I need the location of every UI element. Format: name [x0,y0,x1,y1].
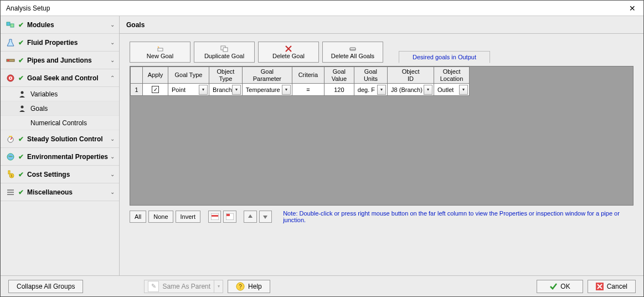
check-icon: ✔ [17,153,25,161]
delete-goal-button[interactable]: Delete Goal [258,42,319,63]
svg-rect-0 [7,22,10,25]
cell-value: Branch [210,86,232,93]
sidebar-label: Goal Seek and Control [27,74,110,82]
help-button[interactable]: ? Help [228,280,270,293]
dropdown-icon: ▾ [214,280,223,293]
dropdown-icon[interactable]: ▾ [377,85,386,95]
sidebar-group-modules[interactable]: ✔ Modules ⌄ [1,16,119,34]
sidebar-group-fluid-properties[interactable]: ✔ Fluid Properties ⌄ [1,34,119,52]
col-goal-type: Goal Type [168,67,209,84]
goals-toolbar: New Goal Duplicate Goal Delete Goal [130,42,633,63]
sidebar-item-label: Variables [30,90,58,98]
duplicate-goal-button[interactable]: Duplicate Goal [194,42,255,63]
col-goal-units: GoalUnits [354,67,387,84]
cancel-button[interactable]: Cancel [588,280,636,293]
content-header: Goals [120,16,643,34]
same-as-parent-dropdown: ✎ Same As Parent ▾ [144,280,223,293]
sidebar-group-environmental[interactable]: ✔ Environmental Properties ⌄ [1,148,119,166]
tab-label: Desired goals in Output [413,54,476,60]
delete-all-goals-button[interactable]: Delete All Goals [322,42,383,63]
checkbox-icon[interactable]: ✓ [152,86,159,93]
cell-value: Point [169,86,199,93]
eraser-icon [349,45,357,53]
arrow-down-icon [262,213,269,220]
sidebar-item-goals[interactable]: Goals [1,101,119,116]
svg-rect-15 [7,190,14,191]
cancel-x-icon [596,283,604,290]
cell-goal-value[interactable]: 120 [324,84,354,96]
edit-icon: ✎ [148,281,159,292]
grid-row[interactable]: 1 ✓ Point▾ Branch▾ Temperature▾ = [131,84,470,96]
button-label: Delete Goal [272,53,305,59]
select-none-button[interactable]: None [148,211,173,223]
sidebar-group-steady-solution[interactable]: ✔ Steady Solution Control ⌄ [1,130,119,148]
goals-grid[interactable]: Apply Goal Type ObjectType GoalParameter… [130,66,470,96]
ok-button[interactable]: OK [537,280,583,293]
check-icon: ✔ [17,57,25,64]
svg-point-6 [10,77,12,79]
move-down-button[interactable] [259,211,272,223]
button-label: Delete All Goals [331,53,374,59]
sidebar-group-goal-seek[interactable]: ✔ Goal Seek and Control ⌃ [1,69,119,87]
row-number[interactable]: 1 [131,84,143,96]
chevron-down-icon: ⌄ [110,39,115,45]
sidebar-group-cost-settings[interactable]: $ ✔ Cost Settings ⌄ [1,166,119,183]
cell-value: Outlet [435,86,459,93]
check-icon: ✔ [17,39,25,47]
cell-value: J8 (Branch) [389,86,424,93]
dropdown-icon[interactable]: ▾ [199,85,208,95]
sidebar-label: Environmental Properties [27,153,110,161]
sidebar-group-pipes-junctions[interactable]: ✔ Pipes and Junctions ⌄ [1,52,119,69]
dropdown-icon[interactable]: ▾ [232,85,241,95]
svg-point-3 [7,59,9,62]
dropdown-icon[interactable]: ▾ [424,85,432,95]
sidebar-item-variables[interactable]: Variables [1,87,119,101]
select-invert-button[interactable]: Invert [176,211,201,223]
cell-object-id[interactable]: J8 (Branch)▾ [388,84,434,96]
col-criteria: Criteria [292,67,324,84]
note-text: Note: Double-click or press right mouse … [283,210,633,223]
cell-goal-units[interactable]: deg. F▾ [354,84,387,96]
cell-object-type[interactable]: Branch▾ [209,84,243,96]
titlebar: Analysis Setup ✕ [1,1,643,16]
button-label: Cancel [607,283,627,290]
cell-criteria[interactable]: = [292,84,324,96]
col-goal-value: GoalValue [324,67,354,84]
window-title: Analysis Setup [6,4,50,12]
collapse-all-button[interactable]: Collapse All Groups [8,280,83,293]
col-object-id: ObjectID [388,67,434,84]
sidebar-item-label: Numerical Controls [30,119,87,127]
dropdown-icon[interactable]: ▾ [459,85,468,95]
close-icon[interactable]: ✕ [626,3,639,14]
sidebar-label: Cost Settings [27,171,110,178]
cell-goal-type[interactable]: Point▾ [168,84,209,96]
sidebar-label: Modules [27,21,110,29]
chevron-down-icon: ⌄ [110,136,115,142]
highlight-red-button[interactable] [208,211,221,223]
cell-value: Temperature [244,86,282,93]
goals-grid-wrap: Apply Goal Type ObjectType GoalParameter… [130,66,633,206]
arrow-up-icon [247,213,254,220]
highlight-icon [226,213,234,220]
sidebar-group-miscellaneous[interactable]: ✔ Miscellaneous ⌄ [1,183,119,201]
cell-apply[interactable]: ✓ [143,84,168,96]
chevron-down-icon: ⌄ [110,189,115,195]
sidebar-item-numerical-controls[interactable]: Numerical Controls [1,116,119,130]
new-icon [156,45,164,53]
sidebar-label: Steady Solution Control [27,135,110,143]
cell-object-location[interactable]: Outlet▾ [434,84,470,96]
select-all-button[interactable]: All [130,211,146,223]
button-label: Duplicate Goal [204,53,244,59]
chevron-down-icon: ⌄ [110,57,115,63]
chevron-up-icon: ⌃ [110,75,115,81]
cell-goal-parameter[interactable]: Temperature▾ [242,84,292,96]
sidebar-label: Fluid Properties [27,39,110,47]
chevron-down-icon: ⌄ [110,22,115,28]
move-up-button[interactable] [244,211,256,223]
svg-rect-18 [158,48,163,51]
highlight-split-button[interactable] [223,211,236,223]
new-goal-button[interactable]: New Goal [130,42,190,63]
dropdown-icon[interactable]: ▾ [282,85,291,95]
desired-goals-tab[interactable]: Desired goals in Output [399,51,490,63]
svg-point-8 [21,105,24,108]
